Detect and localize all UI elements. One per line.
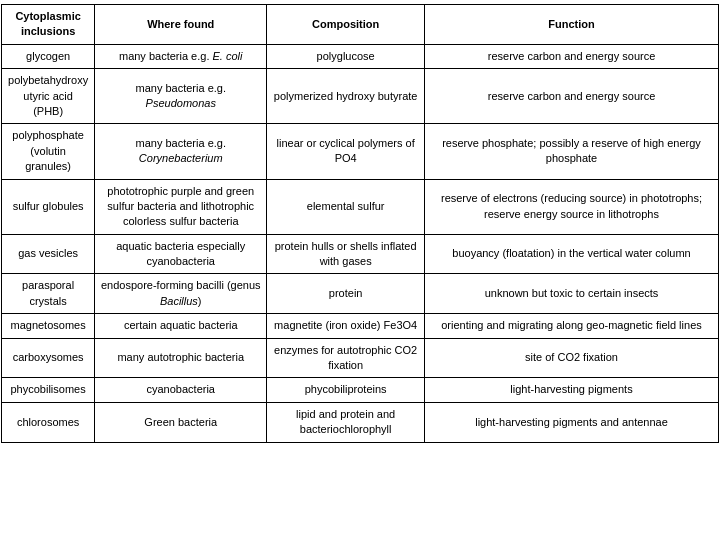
cell-where-found: many bacteria e.g. Corynebacterium	[95, 124, 267, 179]
cell-cytoplasmic: carboxysomes	[2, 338, 95, 378]
cell-cytoplasmic: phycobilisomes	[2, 378, 95, 402]
cell-composition: polyglucose	[267, 44, 425, 68]
cell-function: reserve phosphate; possibly a reserve of…	[425, 124, 719, 179]
cell-function: site of CO2 fixation	[425, 338, 719, 378]
cell-where-found: certain aquatic bacteria	[95, 314, 267, 338]
cell-function: buoyancy (floatation) in the vertical wa…	[425, 234, 719, 274]
table-row: phycobilisomescyanobacteriaphycobiliprot…	[2, 378, 719, 402]
cell-cytoplasmic: sulfur globules	[2, 179, 95, 234]
cell-where-found: Green bacteria	[95, 402, 267, 442]
cell-cytoplasmic: polybetahydroxy utyric acid (PHB)	[2, 69, 95, 124]
cell-composition: protein	[267, 274, 425, 314]
header-cytoplasmic: Cytoplasmic inclusions	[2, 5, 95, 45]
cell-composition: lipid and protein and bacteriochlorophyl…	[267, 402, 425, 442]
cytoplasmic-inclusions-table: Cytoplasmic inclusions Where found Compo…	[1, 4, 719, 443]
header-composition: Composition	[267, 5, 425, 45]
cell-composition: protein hulls or shells inflated with ga…	[267, 234, 425, 274]
cell-where-found: aquatic bacteria especially cyanobacteri…	[95, 234, 267, 274]
table-row: glycogenmany bacteria e.g. E. colipolygl…	[2, 44, 719, 68]
cell-function: reserve of electrons (reducing source) i…	[425, 179, 719, 234]
cell-cytoplasmic: glycogen	[2, 44, 95, 68]
cell-cytoplasmic: gas vesicles	[2, 234, 95, 274]
cell-function: reserve carbon and energy source	[425, 44, 719, 68]
table-row: carboxysomesmany autotrophic bacteriaenz…	[2, 338, 719, 378]
header-function: Function	[425, 5, 719, 45]
cell-function: orienting and migrating along geo-magnet…	[425, 314, 719, 338]
cell-where-found: many bacteria e.g. Pseudomonas	[95, 69, 267, 124]
table-row: parasporal crystalsendospore-forming bac…	[2, 274, 719, 314]
table-row: gas vesiclesaquatic bacteria especially …	[2, 234, 719, 274]
cell-composition: phycobiliproteins	[267, 378, 425, 402]
cell-cytoplasmic: polyphosphate (volutin granules)	[2, 124, 95, 179]
cell-composition: magnetite (iron oxide) Fe3O4	[267, 314, 425, 338]
cell-where-found: many bacteria e.g. E. coli	[95, 44, 267, 68]
cell-function: light-harvesting pigments	[425, 378, 719, 402]
cell-composition: elemental sulfur	[267, 179, 425, 234]
cell-function: unknown but toxic to certain insects	[425, 274, 719, 314]
cell-where-found: many autotrophic bacteria	[95, 338, 267, 378]
cell-composition: polymerized hydroxy butyrate	[267, 69, 425, 124]
table-row: sulfur globulesphototrophic purple and g…	[2, 179, 719, 234]
cell-composition: linear or cyclical polymers of PO4	[267, 124, 425, 179]
cell-where-found: endospore-forming bacilli (genus Bacillu…	[95, 274, 267, 314]
cell-function: reserve carbon and energy source	[425, 69, 719, 124]
cell-cytoplasmic: chlorosomes	[2, 402, 95, 442]
table-row: polyphosphate (volutin granules)many bac…	[2, 124, 719, 179]
cell-where-found: phototrophic purple and green sulfur bac…	[95, 179, 267, 234]
cell-cytoplasmic: parasporal crystals	[2, 274, 95, 314]
header-where: Where found	[95, 5, 267, 45]
cell-function: light-harvesting pigments and antennae	[425, 402, 719, 442]
table-row: chlorosomesGreen bacterialipid and prote…	[2, 402, 719, 442]
cell-where-found: cyanobacteria	[95, 378, 267, 402]
table-row: magnetosomescertain aquatic bacteriamagn…	[2, 314, 719, 338]
cell-cytoplasmic: magnetosomes	[2, 314, 95, 338]
table-row: polybetahydroxy utyric acid (PHB)many ba…	[2, 69, 719, 124]
cell-composition: enzymes for autotrophic CO2 fixation	[267, 338, 425, 378]
